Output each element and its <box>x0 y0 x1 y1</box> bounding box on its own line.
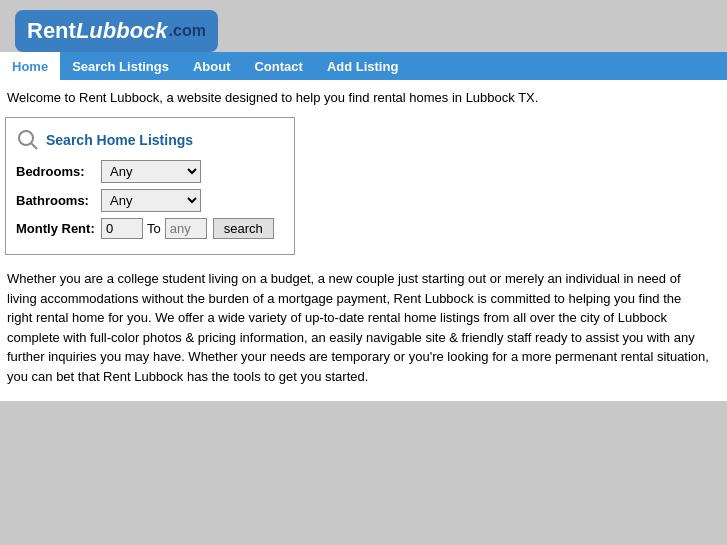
bathrooms-row: Bathrooms: Any 1 2 3 4+ <box>16 189 279 212</box>
monthly-rent-label: Montly Rent: <box>16 221 101 236</box>
app: Rent Lubbock .com Home Search Listings A… <box>0 0 727 545</box>
nav-home[interactable]: Home <box>0 52 60 80</box>
nav-contact[interactable]: Contact <box>242 52 314 80</box>
logo-lubbock: Lubbock <box>76 18 168 44</box>
logo-rent: Rent <box>27 18 76 44</box>
search-title: Search Home Listings <box>46 132 193 148</box>
rent-to-input[interactable] <box>165 218 207 239</box>
nav-about[interactable]: About <box>181 52 243 80</box>
rent-row: Montly Rent: To search <box>16 218 279 239</box>
bathrooms-select[interactable]: Any 1 2 3 4+ <box>101 189 201 212</box>
nav: Home Search Listings About Contact Add L… <box>0 52 727 80</box>
rent-from-input[interactable] <box>101 218 143 239</box>
bedrooms-select[interactable]: Any 1 2 3 4 5+ <box>101 160 201 183</box>
header: Rent Lubbock .com <box>0 0 727 52</box>
svg-line-1 <box>32 144 38 150</box>
logo[interactable]: Rent Lubbock .com <box>15 10 218 52</box>
description-text: Whether you are a college student living… <box>5 269 712 386</box>
nav-add-listing[interactable]: Add Listing <box>315 52 411 80</box>
bathrooms-label: Bathrooms: <box>16 193 101 208</box>
nav-search-listings[interactable]: Search Listings <box>60 52 181 80</box>
logo-com: .com <box>169 22 206 40</box>
search-box: Search Home Listings Bedrooms: Any 1 2 3… <box>5 117 295 255</box>
search-icon <box>16 128 40 152</box>
bedrooms-row: Bedrooms: Any 1 2 3 4 5+ <box>16 160 279 183</box>
svg-point-0 <box>19 131 33 145</box>
bedrooms-label: Bedrooms: <box>16 164 101 179</box>
welcome-text: Welcome to Rent Lubbock, a website desig… <box>5 90 712 105</box>
rent-to-label: To <box>147 221 161 236</box>
search-button[interactable]: search <box>213 218 274 239</box>
search-header: Search Home Listings <box>16 128 279 152</box>
main-content: Welcome to Rent Lubbock, a website desig… <box>0 80 727 401</box>
